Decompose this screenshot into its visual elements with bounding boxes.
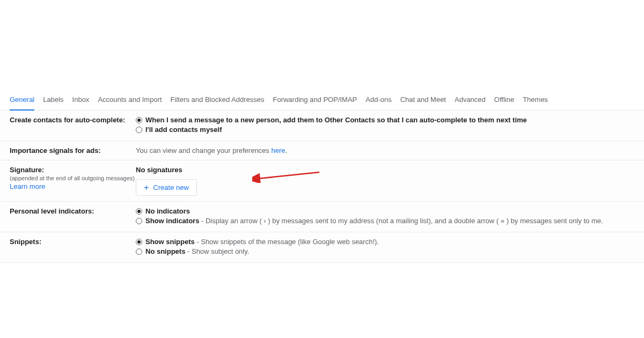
no-indicators-text: No indicators [145,207,190,215]
tab-advanced[interactable]: Advanced [455,95,486,107]
tab-addons[interactable]: Add-ons [365,95,391,107]
tab-general[interactable]: General [10,95,34,111]
no-snippets-bold: No snippets [145,247,185,255]
radio-no-snippets[interactable] [136,248,142,255]
no-snippets-rest: - Show subject only. [185,247,249,255]
tab-filters[interactable]: Filters and Blocked Addresses [171,95,265,107]
tab-labels[interactable]: Labels [43,95,63,107]
show-snippets-row: Show snippets - Show snippets of the mes… [145,238,379,246]
snippets-label: Snippets: [10,238,136,257]
ads-text-post: . [286,146,288,155]
signature-sub: (appended at the end of all outgoing mes… [10,175,136,181]
show-indicators-bold: Show indicators [145,217,199,225]
indicators-label: Personal level indicators: [10,207,136,226]
plus-icon: + [144,184,149,191]
ads-text-pre: You can view and change your preferences [136,146,271,155]
create-new-label: Create new [153,183,188,192]
tab-chat[interactable]: Chat and Meet [400,95,446,107]
radio-no-indicators[interactable] [136,208,142,215]
signature-learn-more-link[interactable]: Learn more [10,182,136,190]
section-create-contacts: Create contacts for auto-complete: When … [0,111,644,141]
signature-label-block: Signature: (appended at the end of all o… [10,166,136,196]
radio-contacts-auto[interactable] [136,117,142,123]
no-signatures-text: No signatures [136,166,634,174]
radio-contacts-manual[interactable] [136,127,142,133]
create-contacts-label: Create contacts for auto-complete: [10,116,136,135]
settings-tabs: General Labels Inbox Accounts and Import… [0,95,644,111]
tab-offline[interactable]: Offline [494,95,514,107]
show-indicators-row: Show indicators - Display an arrow ( › )… [145,217,603,225]
show-indicators-rest: - Display an arrow ( › ) by messages sen… [199,217,603,225]
section-ads: Importance signals for ads: You can view… [0,141,644,160]
radio-show-snippets[interactable] [136,239,142,245]
show-snippets-bold: Show snippets [145,238,195,246]
section-snippets: Snippets: Show snippets - Show snippets … [0,232,644,263]
ads-label: Importance signals for ads: [10,146,136,155]
create-new-signature-button[interactable]: + Create new [136,179,197,196]
signature-label: Signature: [10,166,44,174]
ads-here-link[interactable]: here [271,146,285,155]
tab-themes[interactable]: Themes [523,95,548,107]
section-indicators: Personal level indicators: No indicators… [0,202,644,232]
contacts-opt1-text: When I send a message to a new person, a… [145,116,527,124]
contacts-opt2-text: I'll add contacts myself [145,126,222,134]
no-snippets-row: No snippets - Show subject only. [145,247,249,255]
radio-show-indicators[interactable] [136,218,142,224]
tab-forwarding[interactable]: Forwarding and POP/IMAP [273,95,357,107]
section-signature: Signature: (appended at the end of all o… [0,160,644,202]
tab-inbox[interactable]: Inbox [72,95,90,107]
tab-accounts[interactable]: Accounts and Import [98,95,162,107]
show-snippets-rest: - Show snippets of the message (like Goo… [195,238,379,246]
